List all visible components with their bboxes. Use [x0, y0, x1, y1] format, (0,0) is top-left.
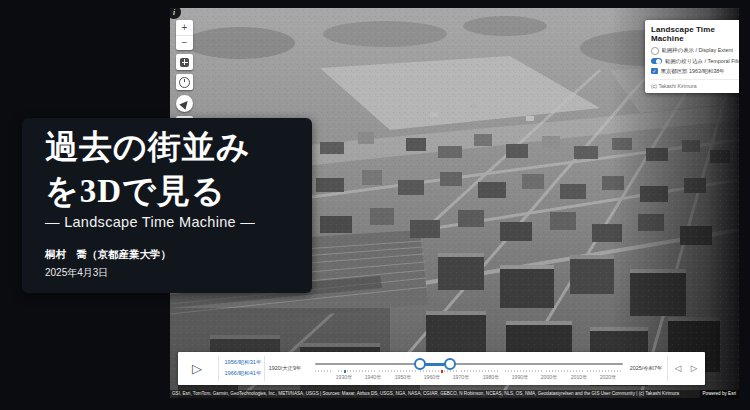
tick-label: 1940年 — [358, 374, 388, 381]
tick-label: 1970年 — [446, 374, 476, 381]
dataset-row[interactable]: ✓ 東京都区部 1963/昭和38年 — [651, 68, 739, 75]
divider — [264, 356, 265, 381]
minor-year-ticks — [315, 370, 623, 372]
temporal-filter-row[interactable]: 範囲の絞り込み / Temporal Filter — [651, 58, 739, 65]
slider-handle-end[interactable] — [444, 358, 456, 370]
slide-page: i + − ↗ Landscape Time Machine 範囲枠の表示 / … — [0, 0, 750, 410]
divider — [667, 356, 668, 381]
timeline-bar: ▷ 1956/昭和31年 1966/昭和41年 1920/大正9年 1930年 … — [178, 352, 705, 385]
step-back-button[interactable]: ◁ — [671, 362, 685, 376]
tick-label: 2020年 — [593, 374, 623, 381]
timeline-min-label: 1920/大正9年 — [267, 365, 303, 372]
attribution-text: GSI, Esri, TomTom, Garmin, GeoTechnologi… — [170, 391, 679, 396]
current-year-marker — [441, 370, 443, 373]
page-title: 過去の街並み を3Dで見る — [45, 126, 251, 213]
tick-label: 1980年 — [476, 374, 506, 381]
year-marker-blue — [344, 370, 346, 373]
timeline-max-label: 2025/令和7年 — [626, 365, 666, 372]
layer-panel: Landscape Time Machine 範囲枠の表示 / Display … — [645, 20, 739, 93]
divider — [218, 356, 219, 381]
filter-range-end: 1966/昭和41年 — [222, 368, 264, 379]
slider-handle-start[interactable] — [414, 358, 426, 370]
play-button[interactable]: ▷ — [188, 360, 206, 378]
zoom-to-extent-button[interactable] — [176, 54, 193, 70]
title-line-1: 過去の街並み — [45, 126, 251, 170]
zoom-in-button[interactable]: + — [176, 20, 193, 36]
toggle-on[interactable] — [651, 58, 662, 65]
powered-by-esri-link[interactable]: Powered by Esri — [700, 390, 739, 398]
tick-label: 1990年 — [505, 374, 535, 381]
slider-track[interactable] — [315, 363, 623, 365]
date: 2025年4月3日 — [45, 266, 108, 280]
tick-label: 1960年 — [417, 374, 447, 381]
display-extent-label: 範囲枠の表示 / Display Extent — [662, 47, 733, 54]
compass-button[interactable] — [176, 95, 193, 112]
tick-label: 2000年 — [534, 374, 564, 381]
tick-label: 2010年 — [564, 374, 594, 381]
clock-icon — [179, 77, 190, 88]
history-button[interactable] — [176, 74, 193, 90]
author: 桐村 喬（京都産業大学） — [45, 248, 171, 262]
panel-credit: (c) Takashi Kirimura — [651, 79, 739, 89]
title-card: 過去の街並み を3Dで見る — Landscape Time Machine —… — [22, 118, 312, 293]
radio-button-unchecked[interactable] — [651, 47, 659, 55]
panel-title: Landscape Time Machine — [651, 25, 739, 43]
step-forward-button[interactable]: ▷ — [687, 362, 701, 376]
zoom-out-button[interactable]: − — [176, 36, 193, 51]
zoom-control: + − — [176, 20, 193, 50]
tick-label: 1930年 — [329, 374, 359, 381]
compass-needle-icon — [179, 98, 190, 109]
title-line-2: を3Dで見る — [45, 170, 251, 214]
attribution-bar: GSI, Esri, TomTom, Garmin, GeoTechnologi… — [170, 390, 739, 398]
dataset-label: 東京都区部 1963/昭和38年 — [661, 68, 725, 75]
tick-label: 1950年 — [388, 374, 418, 381]
checkbox-checked[interactable]: ✓ — [651, 68, 658, 75]
subtitle: — Landscape Time Machine — — [45, 214, 255, 230]
display-extent-row[interactable]: 範囲枠の表示 / Display Extent — [651, 47, 739, 55]
filter-range-start: 1956/昭和31年 — [222, 357, 264, 368]
temporal-filter-label: 範囲の絞り込み / Temporal Filter — [665, 58, 739, 65]
filter-range-labels: 1956/昭和31年 1966/昭和41年 — [222, 357, 264, 379]
extent-icon — [180, 58, 189, 67]
